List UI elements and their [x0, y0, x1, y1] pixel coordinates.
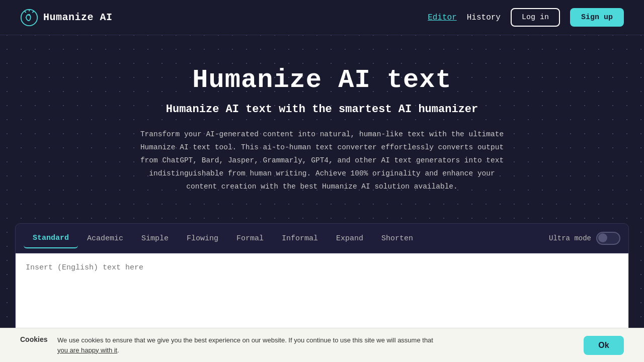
navbar-nav: Editor History Log in Sign up	[428, 8, 624, 27]
nav-editor-link[interactable]: Editor	[428, 13, 457, 22]
tab-expand[interactable]: Expand	[327, 229, 372, 248]
tabs-bar: Standard Academic Simple Flowing Formal …	[15, 223, 629, 253]
hero-subtitle: Humanize AI text with the smartest AI hu…	[10, 103, 634, 116]
tab-informal[interactable]: Informal	[273, 229, 327, 248]
ultra-mode-toggle[interactable]	[596, 232, 620, 245]
tab-academic[interactable]: Academic	[78, 229, 132, 248]
cookie-text: We use cookies to ensure that we give yo…	[57, 336, 433, 344]
tabs-list: Standard Academic Simple Flowing Formal …	[24, 229, 549, 248]
svg-point-1	[28, 14, 30, 16]
tab-shorten[interactable]: Shorten	[372, 229, 422, 248]
ultra-mode-section: Ultra mode	[549, 232, 620, 245]
svg-line-3	[32, 11, 34, 13]
svg-point-0	[21, 9, 37, 25]
tab-standard[interactable]: Standard	[24, 229, 78, 248]
hero-title: Humanize AI text	[10, 65, 634, 95]
cookie-content: Cookies We use cookies to ensure that we…	[20, 335, 433, 355]
signup-button[interactable]: Sign up	[570, 8, 624, 27]
navbar: Humanize AI Editor History Log in Sign u…	[0, 0, 644, 35]
cookie-link[interactable]: you are happy with it	[57, 346, 117, 354]
cookie-text-block: We use cookies to ensure that we give yo…	[57, 335, 433, 355]
text-input[interactable]	[16, 253, 628, 329]
brand-name: Humanize AI	[43, 12, 113, 23]
hero-section: Humanize AI text Humanize AI text with t…	[0, 35, 644, 208]
ultra-mode-label: Ultra mode	[549, 234, 591, 242]
cookie-bar: Cookies We use cookies to ensure that we…	[0, 328, 644, 362]
tab-formal[interactable]: Formal	[227, 229, 273, 248]
hero-description: Transform your AI-generated content into…	[133, 128, 511, 193]
login-button[interactable]: Log in	[511, 8, 560, 27]
nav-history-link[interactable]: History	[467, 13, 501, 22]
cookie-ok-button[interactable]: Ok	[584, 336, 624, 355]
tab-flowing[interactable]: Flowing	[178, 229, 227, 248]
cookie-period: .	[117, 346, 119, 354]
brand-logo-icon	[20, 9, 38, 27]
tab-simple[interactable]: Simple	[132, 229, 178, 248]
navbar-brand: Humanize AI	[20, 9, 113, 27]
cookie-label: Cookies	[20, 335, 50, 343]
editor-section	[15, 253, 629, 334]
svg-line-4	[25, 11, 26, 13]
